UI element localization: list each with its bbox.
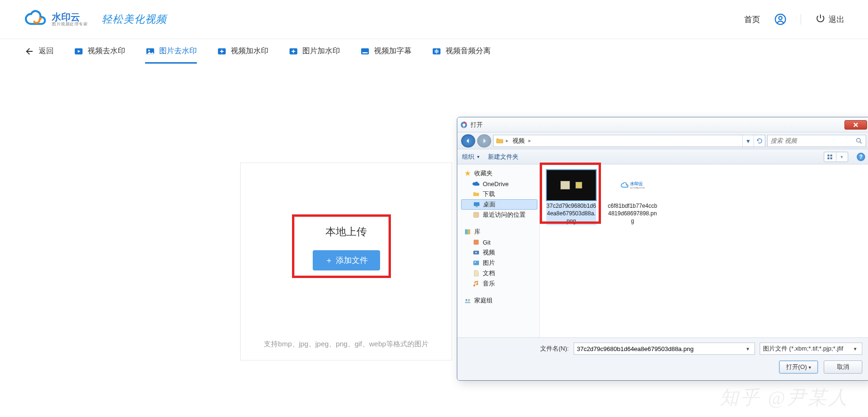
tree-label: Git [483, 239, 491, 246]
nav-home[interactable]: 首页 [744, 14, 760, 25]
divider [801, 14, 801, 25]
chevron-down-icon[interactable]: ▾ [744, 346, 752, 352]
svg-point-2 [779, 16, 782, 20]
file-thumb-2[interactable]: 水印云图片视频处理专家 c6f81bdf1b77e4ccb4819d686978… [607, 170, 658, 225]
tree-documents[interactable]: 文档 [461, 268, 537, 278]
dialog-close-button[interactable] [844, 120, 867, 130]
open-label: 打开(O) [786, 363, 807, 371]
filename-combobox[interactable]: ▾ [574, 343, 755, 355]
documents-icon [472, 270, 480, 277]
video-icon [73, 46, 84, 57]
image-icon [145, 46, 155, 57]
breadcrumb-item[interactable]: 视频 [509, 135, 528, 147]
tab-label: 视频加水印 [231, 46, 268, 56]
svg-point-14 [857, 138, 860, 142]
homegroup-icon [464, 297, 471, 304]
tree-onedrive[interactable]: OneDrive [461, 179, 537, 189]
app-header: 水印云 图片视频处理专家 轻松美化视频 首页 退出 [0, 0, 868, 39]
nav-back-button[interactable] [461, 134, 475, 147]
upload-title: 本地上传 [325, 225, 367, 239]
image-plus-icon [288, 46, 299, 57]
folder-icon [495, 137, 504, 145]
folder-tree: 收藏夹 OneDrive 下载 桌面 最近访问的位置 [457, 164, 540, 337]
svg-rect-18 [830, 157, 832, 159]
nav-forward-button[interactable] [477, 134, 491, 147]
tree-label: 音乐 [483, 279, 495, 288]
view-list-icon [824, 152, 836, 162]
dialog-navbar: ▸ 视频 ▸ ▾ [457, 132, 868, 149]
tree-pictures[interactable]: 图片 [461, 258, 537, 268]
refresh-button[interactable] [754, 135, 765, 147]
tree-git[interactable]: Git [461, 237, 537, 247]
tree-libraries[interactable]: 库 [461, 227, 537, 237]
view-mode-switch[interactable]: ▾ [824, 152, 848, 162]
brand-slogan: 轻松美化视频 [102, 12, 167, 26]
breadcrumb-dropdown[interactable]: ▾ [742, 135, 754, 147]
cancel-button[interactable]: 取消 [824, 360, 862, 374]
videos-icon [472, 249, 480, 256]
tree-desktop[interactable]: 桌面 [461, 199, 537, 210]
organize-button[interactable]: 组织 [462, 153, 479, 161]
filetype-value: 图片文件 (*.xbm;*.tif;*.pjp;*.jfif [763, 344, 852, 353]
tab-video-add-watermark[interactable]: 视频加水印 [217, 39, 268, 63]
svg-rect-20 [476, 206, 478, 207]
filename-input[interactable] [577, 345, 744, 352]
svg-rect-10 [363, 52, 368, 53]
chrome-icon [460, 121, 468, 129]
tree-music[interactable]: 音乐 [461, 278, 537, 289]
file-thumb-1[interactable]: 37c2d79c9680b1d64ea8e679503d88a.png [545, 170, 597, 225]
search-box[interactable] [767, 135, 866, 147]
open-button[interactable]: 打开(O) ▾ [779, 360, 818, 374]
svg-rect-23 [467, 229, 469, 235]
dialog-titlebar: 打开 [457, 117, 868, 132]
new-folder-button[interactable]: 新建文件夹 [488, 153, 519, 161]
brand-mark-icon [24, 10, 48, 29]
git-icon [472, 238, 480, 246]
audio-split-icon [431, 46, 442, 57]
file-list-pane: 37c2d79c9680b1d64ea8e679503d88a.png 水印云图… [540, 164, 868, 337]
thumb-preview-icon: 水印云图片视频处理专家 [608, 170, 657, 200]
tree-label: 视频 [483, 248, 495, 257]
tree-homegroup[interactable]: 家庭组 [461, 295, 537, 306]
svg-rect-9 [361, 48, 369, 54]
brand-text: 水印云 图片视频处理专家 [52, 12, 88, 27]
brand-logo[interactable]: 水印云 图片视频处理专家 [24, 10, 88, 29]
add-file-button[interactable]: ＋ 添加文件 [313, 250, 380, 270]
page-watermark: 知乎 @尹某人 [720, 384, 849, 410]
upload-card: 本地上传 ＋ 添加文件 支持bmp、jpg、jpeg、png、gif、webp等… [240, 163, 452, 360]
back-button[interactable]: 返回 [24, 46, 54, 57]
svg-rect-17 [827, 157, 829, 159]
tab-video-audio-separate[interactable]: 视频音频分离 [431, 39, 491, 63]
tree-label: 家庭组 [474, 296, 493, 305]
user-profile-icon[interactable] [774, 13, 787, 25]
tree-label: OneDrive [483, 180, 509, 188]
tab-image-remove-watermark[interactable]: 图片去水印 [145, 39, 197, 63]
search-input[interactable] [771, 137, 855, 144]
download-folder-icon [472, 190, 480, 198]
tree-videos[interactable]: 视频 [461, 247, 537, 258]
svg-rect-24 [469, 229, 471, 235]
svg-point-30 [465, 299, 467, 301]
help-button[interactable]: ? [857, 153, 865, 161]
chevron-down-icon[interactable]: ▾ [852, 346, 859, 352]
svg-point-29 [475, 262, 476, 263]
tab-video-remove-watermark[interactable]: 视频去水印 [73, 39, 125, 63]
tree-downloads[interactable]: 下载 [461, 189, 537, 199]
filetype-combobox[interactable]: 图片文件 (*.xbm;*.tif;*.pjp;*.jfif ▾ [760, 343, 862, 355]
tab-image-add-watermark[interactable]: 图片加水印 [288, 39, 340, 63]
tab-label: 视频音频分离 [446, 46, 491, 56]
breadcrumb[interactable]: ▸ 视频 ▸ ▾ [493, 135, 765, 147]
svg-point-0 [39, 17, 42, 20]
tree-favorites[interactable]: 收藏夹 [461, 168, 537, 179]
pictures-icon [472, 259, 480, 267]
tree-label: 收藏夹 [474, 169, 493, 178]
tab-video-add-subtitle[interactable]: 视频加字幕 [360, 39, 412, 63]
tab-label: 图片加水印 [302, 46, 340, 56]
tree-recent[interactable]: 最近访问的位置 [461, 210, 537, 220]
svg-rect-28 [473, 261, 479, 265]
svg-rect-19 [474, 202, 479, 206]
star-icon [464, 170, 471, 177]
tab-label: 视频加字幕 [374, 46, 412, 56]
power-icon [815, 13, 826, 26]
logout-button[interactable]: 退出 [815, 13, 844, 26]
